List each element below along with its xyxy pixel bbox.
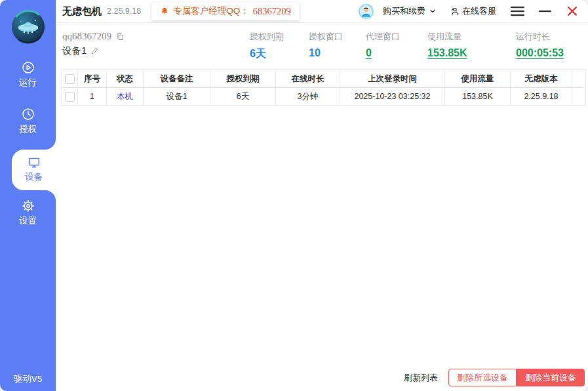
app-version: 2.25.9.18: [107, 7, 141, 16]
col-header-version: 无虑版本: [511, 70, 572, 88]
account-summary: qq68367209 设备1: [56, 23, 588, 70]
cell-last-login: 2025-10-23 03:25:32: [340, 88, 445, 106]
copy-icon[interactable]: [116, 32, 125, 41]
play-circle-icon: [0, 60, 56, 75]
cell-status: 本机: [107, 88, 144, 106]
clock-icon: [0, 107, 56, 121]
col-header-status: 状态: [107, 70, 144, 88]
avatar[interactable]: [359, 4, 374, 19]
online-support-button[interactable]: 在线客服: [450, 5, 496, 17]
cell-version: 2.25.9.18: [511, 88, 572, 106]
col-header-traffic: 使用流量: [445, 70, 511, 88]
stat-proxy-windows: 代理窗口 0: [366, 31, 427, 61]
cell-spacer: [572, 88, 586, 106]
app-title: 无虑包机: [62, 5, 102, 18]
delete-button-group: 删除所选设备 删除当前设备: [448, 369, 585, 386]
online-support-label: 在线客服: [462, 5, 496, 17]
stat-label: 使用流量: [427, 31, 516, 43]
row-checkbox[interactable]: [65, 92, 75, 102]
header-checkbox-cell: [62, 70, 78, 88]
qq-number: 68367209: [253, 6, 291, 17]
buy-renew-button[interactable]: 购买和续费: [383, 5, 437, 17]
cell-note: 设备1: [144, 88, 210, 106]
app-logo-icon: [10, 9, 46, 45]
sidebar-item-devices-active[interactable]: 设备: [12, 150, 56, 190]
support-agent-icon: [450, 7, 460, 16]
account-username: qq68367209: [62, 31, 111, 42]
sidebar-item-label: 设置: [0, 215, 56, 227]
stat-license-expiry: 授权到期 6天: [250, 31, 309, 61]
row-checkbox-cell: [62, 88, 78, 106]
close-button[interactable]: [566, 5, 579, 18]
col-header-note: 设备备注: [144, 70, 210, 88]
sidebar-item-label: 设备: [12, 171, 56, 183]
stat-label: 运行时长: [516, 31, 581, 43]
stats-row: 授权到期 6天 授权窗口 10 代理窗口 0 使用流量 153.85K 运行时长: [250, 31, 581, 61]
table-header-row: 序号 状态 设备备注 授权到期 在线时长 上次登录时间 使用流量 无虑版本: [62, 70, 586, 88]
qq-notice[interactable]: 专属客户经理QQ： 68367209: [151, 3, 300, 20]
stat-value[interactable]: 0: [366, 47, 372, 59]
col-header-expire: 授权到期: [210, 70, 276, 88]
device-name: 设备1: [62, 45, 87, 57]
stat-label: 授权到期: [250, 31, 309, 43]
main-area: 无虑包机 2.25.9.18 专属客户经理QQ： 68367209: [56, 0, 588, 391]
sidebar-item-auth[interactable]: 授权: [0, 107, 56, 135]
menu-button[interactable]: [511, 6, 524, 16]
stat-value[interactable]: 000:05:53: [516, 47, 564, 59]
refresh-list-button[interactable]: 刷新列表: [404, 372, 438, 384]
stat-value[interactable]: 153.85K: [427, 47, 467, 59]
select-all-checkbox[interactable]: [65, 74, 75, 84]
account-info: qq68367209 设备1: [62, 31, 125, 57]
col-header-spacer: [572, 70, 586, 88]
stat-license-windows: 授权窗口 10: [309, 31, 366, 61]
stat-uptime: 运行时长 000:05:53: [516, 31, 581, 61]
sidebar-item-run[interactable]: 运行: [0, 60, 56, 89]
chevron-down-icon: [429, 7, 437, 15]
sidebar: 运行 授权 设备: [0, 0, 56, 391]
buy-renew-label: 购买和续费: [383, 5, 425, 17]
sidebar-item-label: 授权: [0, 123, 56, 135]
col-header-online: 在线时长: [276, 70, 340, 88]
qq-notice-label: 专属客户经理QQ：: [173, 5, 249, 17]
col-header-seq: 序号: [78, 70, 107, 88]
device-table: 序号 状态 设备备注 授权到期 在线时长 上次登录时间 使用流量 无虑版本 1 …: [61, 70, 586, 106]
bell-icon: [160, 7, 169, 16]
stat-label: 代理窗口: [366, 31, 427, 43]
minimize-button[interactable]: [539, 6, 551, 16]
cell-expire: 6天: [210, 88, 276, 106]
app-window: 运行 授权 设备: [0, 0, 588, 391]
delete-current-button[interactable]: 删除当前设备: [517, 369, 585, 386]
active-tab-curve-top: [45, 139, 56, 150]
sidebar-item-settings[interactable]: 设置: [0, 199, 56, 227]
edit-pencil-icon[interactable]: [90, 47, 99, 55]
stat-traffic-used: 使用流量 153.85K: [427, 31, 516, 61]
cell-seq: 1: [78, 88, 107, 106]
driver-version-label[interactable]: 驱动V5: [0, 373, 56, 385]
footer-actions: 刷新列表 删除所选设备 删除当前设备: [404, 369, 585, 386]
monitor-icon: [12, 155, 56, 170]
sidebar-item-label: 运行: [0, 77, 56, 89]
stat-value: 6天: [250, 47, 266, 61]
cell-traffic: 153.85K: [445, 88, 511, 106]
delete-selected-button[interactable]: 删除所选设备: [448, 369, 517, 386]
titlebar: 无虑包机 2.25.9.18 专属客户经理QQ： 68367209: [56, 0, 588, 23]
table-row: 1 本机 设备1 6天 3分钟 2025-10-23 03:25:32 153.…: [62, 88, 586, 106]
cell-online: 3分钟: [276, 88, 340, 106]
col-header-last-login: 上次登录时间: [340, 70, 445, 88]
gear-icon: [0, 199, 56, 213]
stat-value: 10: [309, 47, 321, 59]
status-link[interactable]: 本机: [117, 92, 133, 101]
stat-label: 授权窗口: [309, 31, 366, 43]
titlebar-right: 购买和续费 在线客服: [359, 4, 579, 19]
